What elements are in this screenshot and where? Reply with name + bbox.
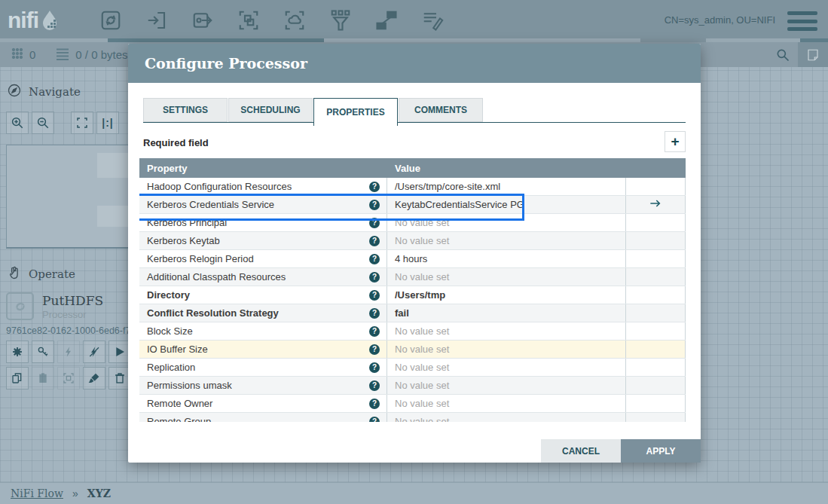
property-value[interactable]: No value set [387, 395, 626, 412]
property-column-header: Property [139, 163, 387, 174]
compass-icon [7, 83, 22, 100]
breadcrumb-root-link[interactable]: NiFi Flow [11, 487, 63, 499]
component-name: PutHDFS [42, 293, 103, 308]
property-value[interactable]: No value set [387, 377, 626, 394]
property-row: Directory ? /Users/tmp [139, 286, 686, 304]
property-value[interactable]: No value set [387, 232, 626, 249]
property-name: Additional Classpath Resources [147, 271, 286, 283]
goto-service-arrow-icon[interactable] [649, 198, 661, 211]
component-id: 9761ce82-0162-1000-6ed6-f79 [6, 325, 136, 336]
group-selection-icon [57, 367, 80, 389]
help-question-icon[interactable]: ? [369, 290, 380, 301]
property-value[interactable]: KeytabCredentialsService PG [387, 196, 626, 213]
zoom-fit-button[interactable] [71, 111, 93, 134]
help-question-icon[interactable]: ? [369, 254, 380, 264]
paste-icon [32, 367, 54, 389]
dialog-header: Configure Processor [128, 44, 701, 83]
property-row: Replication ? No value set [139, 359, 686, 377]
property-row: Kerberos Relogin Period ? 4 hours [139, 250, 686, 268]
input-port-icon[interactable] [144, 8, 170, 33]
help-question-icon[interactable]: ? [369, 362, 380, 373]
funnel-icon[interactable] [328, 8, 353, 33]
nifi-logo: nifi [8, 6, 60, 35]
properties-table-header: Property Value [139, 158, 686, 178]
processor-icon[interactable] [98, 8, 124, 33]
apply-button[interactable]: APPLY [621, 439, 701, 463]
configure-gear-icon[interactable] [6, 341, 29, 363]
add-property-button[interactable]: + [665, 131, 686, 152]
property-name: IO Buffer Size [147, 344, 208, 355]
property-name: Remote Group [147, 416, 211, 422]
remote-process-group-icon[interactable] [282, 8, 307, 33]
queued-count: 0 / 0 bytes [75, 48, 127, 61]
breadcrumb-current: XYZ [87, 487, 111, 499]
access-policies-key-icon[interactable] [32, 341, 54, 363]
tab-scheduling[interactable]: SCHEDULING [228, 98, 313, 122]
global-menu-icon[interactable] [787, 11, 817, 31]
active-threads-icon [11, 47, 24, 63]
property-row: Block Size ? No value set [139, 322, 686, 341]
help-question-icon[interactable]: ? [369, 417, 380, 423]
property-name: Replication [147, 362, 195, 373]
property-value[interactable]: No value set [387, 322, 626, 340]
search-icon[interactable] [768, 42, 798, 67]
tab-settings[interactable]: SETTINGS [143, 98, 228, 122]
zoom-out-button[interactable] [32, 111, 54, 134]
help-question-icon[interactable]: ? [369, 272, 380, 283]
property-row: Kerberos Principal ? No value set [139, 214, 686, 232]
property-name: Kerberos Credentials Service [147, 199, 274, 210]
help-question-icon[interactable]: ? [369, 344, 380, 355]
birdseye-minimap[interactable] [6, 145, 133, 249]
property-value[interactable]: No value set [387, 341, 626, 358]
property-name: Kerberos Principal [147, 217, 227, 228]
help-question-icon[interactable]: ? [369, 308, 380, 319]
component-toolbar [98, 8, 445, 33]
property-row: Kerberos Credentials Service ? KeytabCre… [139, 196, 686, 214]
property-name: Block Size [147, 325, 193, 337]
copy-icon[interactable] [6, 367, 29, 389]
help-question-icon[interactable]: ? [369, 218, 380, 228]
tab-properties[interactable]: PROPERTIES [313, 98, 398, 126]
property-name: Kerberos Keytab [147, 235, 220, 246]
property-row: Conflict Resolution Strategy ? fail [139, 304, 686, 322]
properties-table: Property Value Hadoop Configuration Reso… [139, 158, 686, 422]
property-value[interactable]: No value set [387, 268, 626, 286]
breadcrumb-separator: » [72, 487, 78, 499]
hand-icon [7, 265, 22, 283]
breadcrumb: NiFi Flow » XYZ [0, 482, 828, 504]
help-question-icon[interactable]: ? [369, 380, 380, 391]
properties-rows: Hadoop Configuration Resources ? /Users/… [139, 178, 686, 422]
property-name: Permissions umask [147, 380, 232, 391]
navigate-panel-title: Navigate [29, 85, 81, 99]
help-question-icon[interactable]: ? [369, 399, 380, 409]
zoom-in-button[interactable] [6, 111, 29, 134]
nifi-drop-icon [40, 9, 60, 35]
output-port-icon[interactable] [190, 8, 215, 33]
change-color-brush-icon[interactable] [83, 367, 105, 389]
actual-size-icon: |:| [102, 117, 114, 129]
property-value[interactable]: fail [387, 304, 626, 322]
configure-processor-dialog: Configure Processor SETTINGSSCHEDULINGPR… [128, 44, 701, 463]
disable-bolt-slash-icon[interactable] [83, 341, 105, 363]
property-value[interactable]: /Users/tmp/core-site.xml [387, 178, 626, 195]
property-value[interactable]: No value set [387, 413, 626, 422]
property-value[interactable]: No value set [387, 214, 626, 231]
help-question-icon[interactable]: ? [369, 182, 380, 192]
label-icon[interactable] [420, 8, 445, 33]
help-question-icon[interactable]: ? [369, 236, 380, 246]
property-row: Permissions umask ? No value set [139, 377, 686, 395]
property-value[interactable]: 4 hours [387, 250, 626, 267]
help-question-icon[interactable]: ? [369, 200, 380, 210]
birdseye-note-icon[interactable] [798, 42, 828, 67]
help-question-icon[interactable]: ? [369, 326, 380, 337]
zoom-actual-size-button[interactable]: |:| [96, 111, 119, 134]
property-row: Additional Classpath Resources ? No valu… [139, 268, 686, 286]
required-field-label: Required field [143, 137, 209, 148]
template-icon[interactable] [374, 8, 399, 33]
process-group-icon[interactable] [236, 8, 261, 33]
cancel-button[interactable]: CANCEL [541, 439, 621, 463]
navigate-panel: Navigate |:| [0, 83, 133, 100]
property-value[interactable]: No value set [387, 359, 626, 376]
tab-comments[interactable]: COMMENTS [399, 98, 483, 122]
property-value[interactable]: /Users/tmp [387, 286, 626, 304]
